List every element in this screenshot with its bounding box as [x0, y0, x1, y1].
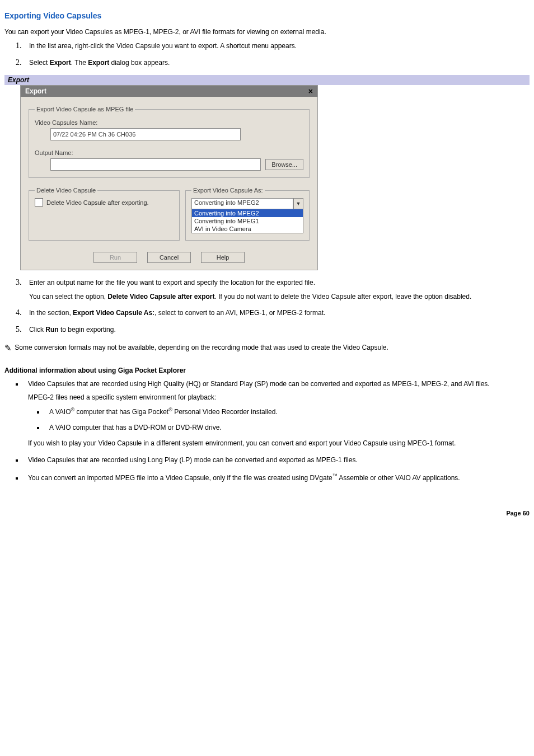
addl-sub-1: A VAIO® computer that has Giga Pocket® P… — [45, 407, 530, 416]
step-3: Enter an output name for the file you wa… — [24, 278, 530, 300]
video-capsules-name-label: Video Capsules Name: — [35, 119, 303, 126]
step-1-text: In the list area, right-click the Video … — [29, 42, 297, 50]
addl-bullet-1a: Video Capsules that are recorded using H… — [28, 380, 490, 388]
step-3-note: You can select the option, Delete Video … — [29, 293, 530, 300]
format-option-mpeg2[interactable]: Converting into MPEG2 — [192, 209, 303, 217]
format-option-mpeg1[interactable]: Converting into MPEG1 — [192, 217, 303, 225]
output-name-input[interactable] — [50, 158, 261, 171]
export-format-dropdown: Converting into MPEG2 Converting into MP… — [191, 209, 303, 233]
export-format-value: Converting into MPEG2 — [191, 198, 293, 209]
step-5: Click Run to begin exporting. — [24, 325, 530, 334]
step-2-text: Select Export. The Export dialog box app… — [29, 59, 170, 67]
group-export-mpeg: Export Video Capsule as MPEG file Video … — [29, 106, 310, 178]
chevron-down-icon[interactable]: ▼ — [293, 198, 303, 209]
browse-button[interactable]: Browse... — [265, 159, 303, 170]
addl-bullet-1d: If you wish to play your Video Capsule i… — [28, 439, 530, 447]
dialog-title: Export — [25, 87, 46, 95]
additional-info-heading: Additional information about using Giga … — [4, 367, 530, 374]
dialog-titlebar: Export × — [21, 86, 317, 97]
addl-bullet-1: Video Capsules that are recorded using H… — [24, 380, 530, 447]
note-icon: ✎ — [4, 343, 12, 353]
format-option-avi[interactable]: AVI in Video Camera — [192, 225, 303, 233]
figure-caption: Export — [4, 75, 530, 85]
step-3-text: Enter an output name for the file you wa… — [29, 279, 315, 287]
note-paragraph: ✎ Some conversion formats may not be ava… — [4, 342, 530, 352]
group-export-mpeg-legend: Export Video Capsule as MPEG file — [35, 106, 135, 112]
addl-bullet-3: You can convert an imported MPEG file in… — [24, 473, 530, 482]
group-export-as-legend: Export Video Capsule As: — [191, 187, 265, 194]
group-export-as: Export Video Capsule As: Converting into… — [185, 187, 310, 241]
addl-bullet-2: Video Capsules that are recorded using L… — [24, 456, 530, 464]
step-5-text: Click Run to begin exporting. — [29, 326, 116, 334]
video-capsules-name-input[interactable] — [50, 128, 241, 140]
addl-bullet-1b: MPEG-2 files need a specific system envi… — [28, 393, 530, 401]
delete-after-export-label: Delete Video Capsule after exporting. — [46, 199, 149, 206]
delete-after-export-checkbox[interactable] — [35, 198, 43, 206]
step-2: Select Export. The Export dialog box app… — [24, 58, 530, 67]
page-number: Page 60 — [4, 510, 530, 516]
addl-sub-2: A VAIO computer that has a DVD-ROM or DV… — [45, 424, 530, 431]
group-delete-capsule: Delete Video Capsule Delete Video Capsul… — [29, 187, 180, 241]
step-4-text: In the section, Export Video Capsule As:… — [29, 309, 325, 317]
group-delete-legend: Delete Video Capsule — [35, 187, 97, 194]
note-text: Some conversion formats may not be avail… — [13, 344, 388, 351]
run-button[interactable]: Run — [93, 252, 137, 263]
page-title: Exporting Video Capsules — [4, 11, 530, 20]
close-icon[interactable]: × — [308, 87, 313, 95]
help-button[interactable]: Help — [201, 252, 245, 263]
step-4: In the section, Export Video Capsule As:… — [24, 308, 530, 317]
step-1: In the list area, right-click the Video … — [24, 41, 530, 50]
export-format-combo[interactable]: Converting into MPEG2 ▼ — [191, 198, 303, 209]
output-name-label: Output Name: — [35, 149, 303, 156]
export-dialog: Export × Export Video Capsule as MPEG fi… — [20, 85, 318, 270]
cancel-button[interactable]: Cancel — [147, 252, 191, 263]
intro-text: You can export your Video Capsules as MP… — [4, 28, 530, 36]
